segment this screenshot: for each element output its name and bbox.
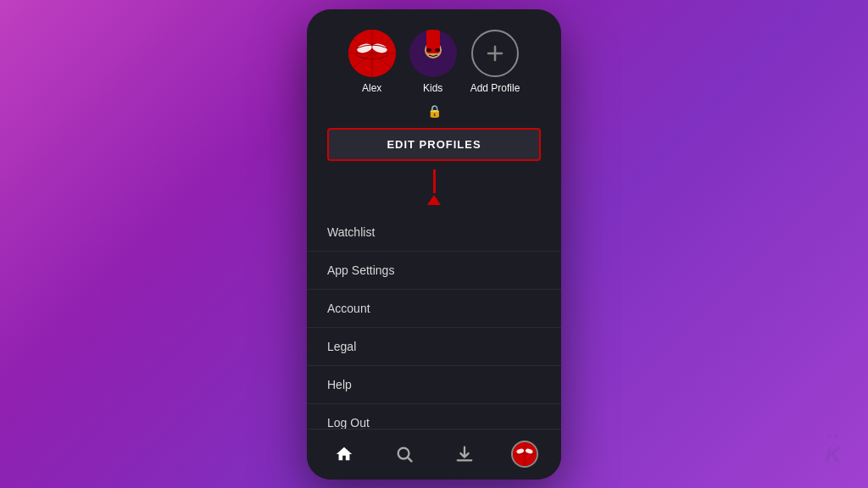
edit-profiles-wrapper: EDIT PROFILES	[307, 125, 561, 171]
svg-point-12	[435, 48, 440, 52]
home-icon	[335, 445, 353, 463]
annotation-arrow	[427, 169, 441, 203]
menu-item-legal[interactable]: Legal	[307, 328, 561, 366]
avatar-alex	[348, 30, 396, 77]
dot-2	[834, 434, 838, 438]
arrow-shaft	[433, 169, 436, 193]
dot-1	[827, 434, 832, 438]
menu-item-logout[interactable]: Log Out	[307, 404, 561, 429]
lock-icon: 🔒	[427, 104, 442, 118]
profiles-section: Alex Kids	[307, 9, 561, 101]
svg-point-15	[398, 448, 409, 459]
plus-icon	[485, 43, 505, 64]
add-profile-circle[interactable]	[471, 30, 519, 77]
add-profile[interactable]: Add Profile	[470, 30, 520, 94]
avatar-kids	[409, 30, 457, 77]
nav-profile[interactable]	[509, 439, 540, 469]
knowtechie-dots	[827, 434, 838, 438]
search-icon	[395, 445, 414, 463]
menu-item-watchlist[interactable]: Watchlist	[307, 214, 561, 252]
menu-item-app-settings[interactable]: App Settings	[307, 252, 561, 290]
profile-alex[interactable]: Alex	[348, 30, 396, 94]
nav-download[interactable]	[449, 439, 480, 469]
nav-home[interactable]	[329, 439, 359, 469]
lock-section: 🔒	[307, 101, 561, 125]
menu-item-account[interactable]: Account	[307, 290, 561, 328]
knowtechie-k: K	[825, 441, 841, 468]
bottom-nav	[307, 429, 561, 480]
svg-line-16	[408, 458, 412, 462]
nav-profile-avatar	[511, 441, 538, 468]
menu-item-help[interactable]: Help	[307, 366, 561, 404]
profile-kids-name: Kids	[423, 82, 442, 94]
svg-point-10	[426, 33, 440, 47]
download-icon	[455, 445, 474, 463]
knowtechie-watermark: K	[825, 434, 841, 468]
menu-items: Watchlist App Settings Account Legal Hel…	[307, 207, 561, 429]
svg-point-11	[426, 48, 431, 52]
phone-container: Alex Kids	[307, 9, 561, 480]
edit-profiles-button[interactable]: EDIT PROFILES	[327, 128, 541, 161]
nav-search[interactable]	[389, 439, 420, 469]
profile-kids[interactable]: Kids	[409, 30, 457, 94]
arrow-head	[427, 195, 441, 205]
add-profile-label: Add Profile	[470, 82, 520, 94]
menu-content: Alex Kids	[307, 9, 561, 429]
profile-alex-name: Alex	[362, 82, 381, 94]
